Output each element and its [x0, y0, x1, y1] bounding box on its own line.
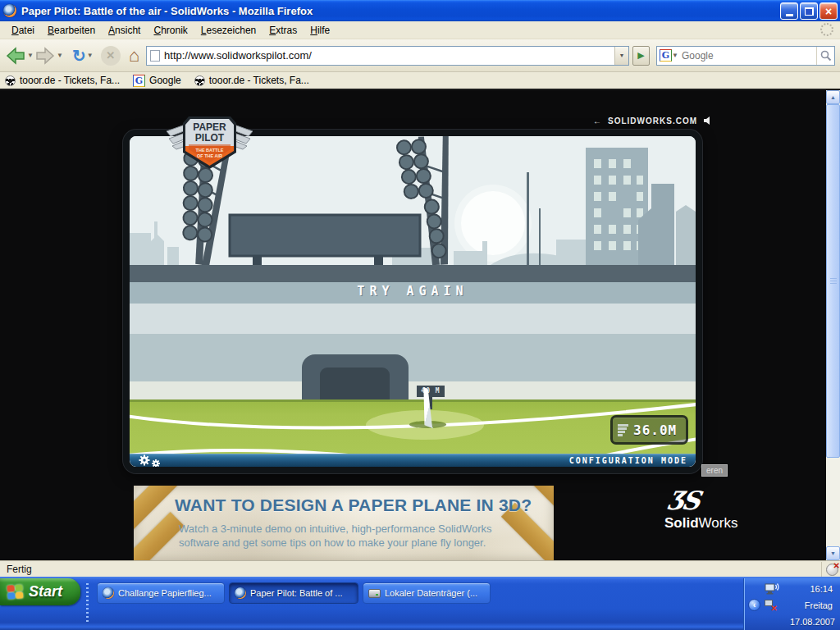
scroll-down-button[interactable]: ▼	[826, 546, 840, 560]
bookmark-tooor-1[interactable]: tooor.de - Tickets, Fa...	[5, 75, 120, 86]
page-content: ← SOLIDWORKS.COM	[0, 90, 840, 560]
forward-dropdown[interactable]: ▼	[56, 52, 64, 59]
bookmark-tooor-2[interactable]: tooor.de - Tickets, Fa...	[194, 75, 309, 86]
search-engine-dropdown[interactable]: ▼	[672, 52, 678, 59]
logo-line2: PILOT	[195, 132, 225, 144]
banner-body-line2: software and get some tips on how to mak…	[179, 536, 492, 550]
minimize-button[interactable]	[780, 2, 798, 20]
desktop: Paper Pilot: Battle of the air - SolidWo…	[0, 0, 840, 630]
hide-icons-chevron[interactable]: ‹	[748, 599, 760, 611]
window-titlebar[interactable]: Paper Pilot: Battle of the air - SolidWo…	[0, 0, 840, 21]
ds-logo-icon: ƷS	[665, 486, 701, 515]
banner-body: Watch a 3-minute demo on intuitive, high…	[179, 522, 492, 550]
forward-arrow-icon	[34, 45, 56, 66]
bookmark-label: tooor.de - Tickets, Fa...	[209, 75, 309, 86]
solidworks-brand: ƷS SolidWorks	[656, 491, 755, 543]
extension-status-icon[interactable]	[826, 564, 838, 576]
distance-gauge-icon	[618, 424, 628, 436]
start-label: Start	[29, 583, 62, 600]
menu-ansicht[interactable]: Ansicht	[102, 22, 147, 39]
home-icon: ⌂	[129, 47, 139, 65]
menu-extras[interactable]: Extras	[262, 22, 304, 39]
close-button[interactable]: ×	[819, 2, 838, 20]
search-icon	[820, 50, 832, 62]
vertical-scrollbar[interactable]: ▲ ▼	[826, 90, 840, 560]
banner-headline: WANT TO DESIGN A PAPER PLANE IN 3D?	[175, 495, 532, 515]
go-button[interactable]: ▶	[632, 46, 650, 66]
url-input[interactable]	[164, 49, 614, 62]
logo-sub2: OF THE AIR	[197, 153, 222, 158]
tray-time[interactable]: 16:14	[810, 584, 833, 594]
disconnected-network-icon[interactable]	[764, 599, 777, 610]
stadium-lower-band	[130, 334, 696, 381]
task-lokaler-datentraeger[interactable]: Lokaler Datenträger (...	[363, 582, 491, 604]
status-bar: Fertig	[0, 560, 840, 577]
windows-logo-icon	[7, 584, 24, 600]
scroll-up-button[interactable]: ▲	[826, 90, 840, 104]
search-go-button[interactable]	[816, 47, 834, 65]
search-input[interactable]	[678, 50, 816, 62]
back-arrow-glyph: ←	[593, 116, 602, 126]
navigation-toolbar: ▼ ▼ ↻ ▼ ✕ ⌂ ▼ ▶ G ▼	[0, 39, 840, 72]
stray-tooltip: eren	[701, 464, 728, 477]
reload-button[interactable]: ↻	[72, 43, 86, 69]
back-dropdown[interactable]: ▼	[26, 52, 34, 59]
statusbar-addons	[821, 562, 838, 577]
score-panel: 36.0M	[610, 415, 688, 445]
game-toolbar: CONFIGURATION MODE	[130, 454, 696, 467]
system-tray: 16:14 ‹ Freitag 17.08.2007	[745, 578, 840, 630]
menu-hilfe[interactable]: Hilfe	[304, 22, 336, 39]
restore-button[interactable]	[800, 2, 818, 20]
dugout-opening	[320, 368, 390, 399]
solidworks-link-label: SOLIDWORKS.COM	[608, 116, 697, 126]
bookmark-google[interactable]: G Google	[133, 75, 181, 87]
tray-day: Freitag	[805, 600, 833, 610]
firefox-icon	[235, 587, 246, 599]
game-message: TRY AGAIN	[130, 284, 696, 299]
status-text: Fertig	[7, 564, 32, 575]
throbber-icon	[820, 23, 833, 36]
network-activity-icon[interactable]	[765, 583, 779, 596]
firefox-icon	[3, 4, 16, 17]
forward-button[interactable]	[34, 43, 56, 69]
logo-line1: PAPER	[193, 121, 226, 133]
home-button[interactable]: ⌂	[129, 43, 139, 69]
distance-sign: 40 M	[417, 386, 445, 397]
bookmark-label: Google	[149, 75, 181, 86]
menu-lesezeichen[interactable]: Lesezeichen	[194, 22, 262, 39]
start-button[interactable]: Start	[0, 578, 80, 605]
menu-bearbeiten[interactable]: Bearbeiten	[41, 22, 102, 39]
score-value: 36.0M	[633, 422, 677, 438]
stadium-light-band	[130, 304, 696, 334]
bookmark-label: tooor.de - Tickets, Fa...	[20, 75, 120, 86]
bookmarks-toolbar: tooor.de - Tickets, Fa... G Google tooor…	[0, 72, 840, 90]
drive-icon	[368, 589, 381, 598]
go-icon: ▶	[637, 50, 644, 61]
reload-dropdown[interactable]: ▼	[86, 52, 94, 59]
menu-chronik[interactable]: Chronik	[147, 22, 194, 39]
url-history-dropdown[interactable]: ▼	[614, 47, 628, 65]
url-bar[interactable]: ▼	[146, 46, 629, 66]
logo-sub1: THE BATTLE	[196, 148, 224, 153]
menubar: Datei Bearbeiten Ansicht Chronik Lesezei…	[0, 21, 840, 39]
google-engine-icon: G	[660, 49, 672, 62]
solidworks-com-link[interactable]: ← SOLIDWORKS.COM	[593, 116, 713, 126]
task-challange-papierflieger[interactable]: Challange Papierflieg...	[97, 582, 225, 604]
scrollbar-thumb[interactable]	[826, 104, 840, 458]
taskbar-grip[interactable]	[86, 583, 89, 623]
tray-date: 17.08.2007	[790, 617, 835, 627]
task-paper-pilot[interactable]: Paper Pilot: Battle of ...	[229, 582, 358, 604]
solidworks-wordmark: SolidWorks	[664, 515, 737, 532]
banner-body-line1: Watch a 3-minute demo on intuitive, high…	[179, 522, 492, 536]
stadium-wall-band	[130, 265, 696, 282]
back-button[interactable]	[5, 43, 26, 69]
menu-datei[interactable]: Datei	[5, 22, 41, 39]
configuration-mode-label[interactable]: CONFIGURATION MODE	[569, 456, 687, 465]
promo-banner[interactable]: WANT TO DESIGN A PAPER PLANE IN 3D? Watc…	[134, 486, 554, 560]
restore-icon	[805, 7, 814, 16]
settings-gears-icon[interactable]	[138, 454, 164, 468]
speaker-icon[interactable]	[703, 116, 713, 126]
stop-button[interactable]: ✕	[101, 43, 121, 69]
paper-pilot-logo: PAPER PILOT THE BATTLE OF THE AIR	[167, 113, 253, 182]
search-box[interactable]: G ▼	[656, 46, 835, 66]
